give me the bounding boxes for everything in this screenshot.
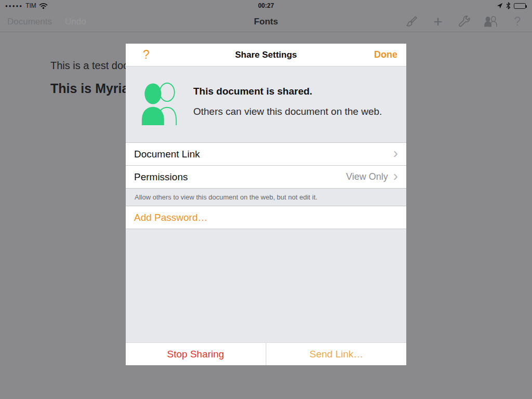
clock: 00:27 [0,0,532,11]
document-link-row[interactable]: Document Link › [126,143,406,166]
modal-help-icon[interactable]: ? [143,48,150,62]
send-link-button[interactable]: Send Link… [267,343,406,365]
modal-footer: Stop Sharing Send Link… [126,342,406,365]
battery-icon [514,3,526,9]
shared-people-icon [140,82,181,126]
wifi-icon [39,3,48,9]
shared-status-banner: This document is shared. Others can view… [126,66,406,142]
modal-header: ? Share Settings Done [126,44,406,66]
permissions-footnote: Allow others to view this document on th… [126,189,406,206]
toolbar-left: Documents Undo [7,17,86,27]
modal-title: Share Settings [126,50,406,60]
permissions-row[interactable]: Permissions View Only › [126,166,406,189]
document-text-line: This is a test docu [50,60,134,72]
undo-button[interactable]: Undo [65,17,86,27]
shared-headline: This document is shared. [193,86,382,97]
tools-wrench-icon[interactable] [457,15,472,29]
insert-plus-icon[interactable]: + [431,15,445,29]
status-bar-left: ●●●●● TIM [5,2,48,9]
document-link-label: Document Link [134,149,200,160]
help-icon[interactable]: ? [510,15,525,29]
done-button[interactable]: Done [374,49,397,60]
chevron-right-icon: › [393,176,398,178]
stop-sharing-button[interactable]: Stop Sharing [126,343,267,365]
location-services-icon [497,3,503,9]
carrier-label: TIM [25,2,36,9]
share-settings-modal: ? Share Settings Done This document is s… [126,44,406,365]
add-password-row[interactable]: Add Password… [126,206,406,229]
shared-subtext: Others can view this document on the web… [193,106,382,117]
cell-signal-icon: ●●●●● [5,4,23,8]
documents-button[interactable]: Documents [7,17,52,27]
shared-status-text: This document is shared. Others can view… [193,82,382,142]
status-bar: ●●●●● TIM 00:27 [0,0,532,11]
settings-row-group: Document Link › Permissions View Only › [126,142,406,189]
document-text-line-myriad: This is Myriad [50,81,137,96]
permissions-label: Permissions [134,171,188,183]
bluetooth-icon [506,2,511,9]
toolbar-right: + ? [404,15,525,29]
permissions-value: View Only [346,171,388,182]
status-bar-right [497,2,527,9]
format-brush-icon[interactable] [404,15,419,29]
toolbar: Documents Undo Fonts + [0,11,532,32]
add-password-label: Add Password… [134,212,208,223]
screen: ●●●●● TIM 00:27 [0,0,532,399]
collaborate-people-icon[interactable] [484,15,498,29]
chevron-right-icon: › [393,153,398,155]
modal-spacer [126,229,406,342]
password-row-group: Add Password… [126,206,406,229]
